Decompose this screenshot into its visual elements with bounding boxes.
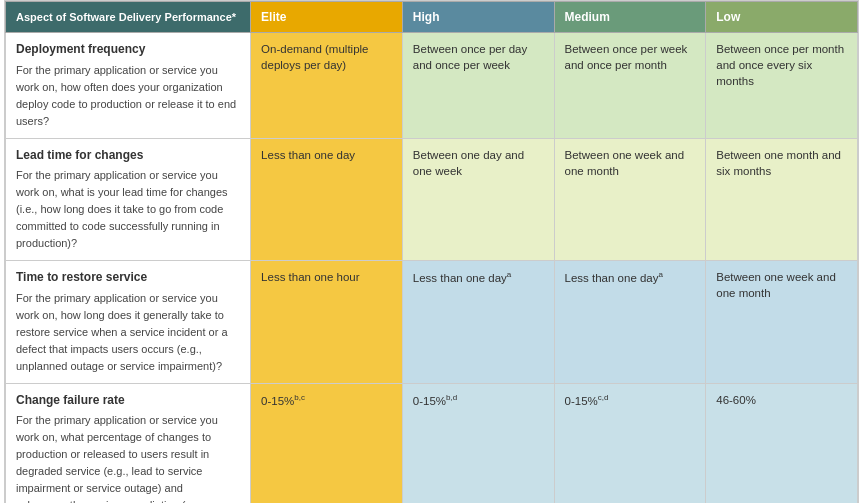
deployment-elite-cell: On-demand (multiple deploys per day) (251, 33, 403, 139)
restore-medium-cell: Less than one daya (554, 261, 706, 383)
deployment-title: Deployment frequency (16, 41, 240, 58)
row-restore: Time to restore serviceFor the primary a… (6, 261, 858, 383)
changefail-desc: For the primary application or service y… (16, 414, 232, 503)
leadtime-desc: For the primary application or service y… (16, 169, 228, 249)
leadtime-aspect-cell: Lead time for changesFor the primary app… (6, 138, 251, 260)
deployment-desc: For the primary application or service y… (16, 64, 236, 127)
leadtime-title: Lead time for changes (16, 147, 240, 164)
changefail-aspect-cell: Change failure rateFor the primary appli… (6, 383, 251, 503)
restore-title: Time to restore service (16, 269, 240, 286)
restore-low-cell: Between one week and one month (706, 261, 858, 383)
leadtime-medium-cell: Between one week and one month (554, 138, 706, 260)
low-header: Low (706, 2, 858, 33)
deployment-medium-cell: Between once per week and once per month (554, 33, 706, 139)
performance-table-wrapper: Aspect of Software Delivery Performance*… (4, 0, 859, 503)
restore-aspect-cell: Time to restore serviceFor the primary a… (6, 261, 251, 383)
restore-high-cell: Less than one daya (402, 261, 554, 383)
elite-header: Elite (251, 2, 403, 33)
restore-elite-cell: Less than one hour (251, 261, 403, 383)
deployment-high-cell: Between once per day and once per week (402, 33, 554, 139)
high-header: High (402, 2, 554, 33)
performance-table: Aspect of Software Delivery Performance*… (5, 1, 858, 503)
row-deployment: Deployment frequencyFor the primary appl… (6, 33, 858, 139)
leadtime-low-cell: Between one month and six months (706, 138, 858, 260)
changefail-high-cell: 0-15%b,d (402, 383, 554, 503)
aspect-header: Aspect of Software Delivery Performance* (6, 2, 251, 33)
leadtime-elite-cell: Less than one day (251, 138, 403, 260)
changefail-low-cell: 46-60% (706, 383, 858, 503)
row-changefail: Change failure rateFor the primary appli… (6, 383, 858, 503)
changefail-title: Change failure rate (16, 392, 240, 409)
changefail-medium-cell: 0-15%c,d (554, 383, 706, 503)
leadtime-high-cell: Between one day and one week (402, 138, 554, 260)
deployment-low-cell: Between once per month and once every si… (706, 33, 858, 139)
deployment-aspect-cell: Deployment frequencyFor the primary appl… (6, 33, 251, 139)
medium-header: Medium (554, 2, 706, 33)
restore-desc: For the primary application or service y… (16, 292, 228, 372)
row-leadtime: Lead time for changesFor the primary app… (6, 138, 858, 260)
changefail-elite-cell: 0-15%b,c (251, 383, 403, 503)
